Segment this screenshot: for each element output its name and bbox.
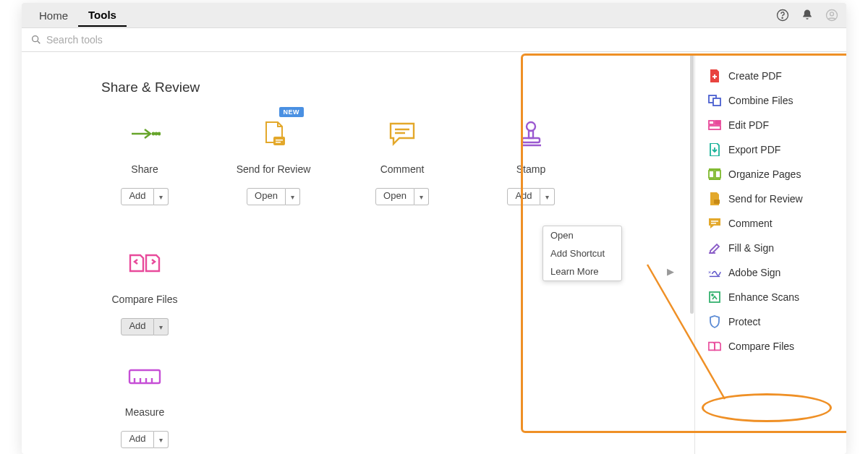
search-icon — [30, 34, 42, 46]
bell-icon[interactable] — [800, 8, 814, 22]
tool-stamp-button[interactable]: Add — [507, 188, 554, 205]
shortcut-label: Combine Files — [728, 95, 793, 106]
svg-rect-34 — [715, 121, 720, 124]
shortcut-label: Protect — [728, 316, 760, 327]
shortcut-adobe-sign[interactable]: ×Adobe Sign — [708, 260, 836, 285]
collapse-icon[interactable]: ▶ — [667, 266, 674, 277]
comment-icon — [388, 117, 417, 150]
svg-rect-40 — [714, 200, 720, 204]
send-review-icon — [259, 117, 288, 150]
shortcuts-panel: Create PDF Combine Files Edit PDF Export… — [694, 53, 839, 454]
tab-tools[interactable]: Tools — [78, 4, 127, 27]
help-icon[interactable] — [775, 8, 790, 22]
svg-rect-36 — [709, 171, 714, 178]
tool-share[interactable]: Share Add — [101, 117, 188, 205]
compare-files-icon — [127, 247, 162, 280]
account-icon[interactable] — [825, 8, 839, 22]
section-share-review: Share & Review — [101, 80, 644, 95]
svg-rect-37 — [715, 171, 720, 178]
svg-rect-32 — [713, 98, 720, 106]
tool-label: Compare Files — [111, 294, 177, 305]
tool-label: Measure — [125, 406, 164, 418]
search-input[interactable] — [46, 34, 263, 46]
shortcut-organize-pages[interactable]: Organize Pages — [708, 162, 836, 187]
tool-measure-button[interactable]: Add — [121, 431, 168, 448]
tool-label: Comment — [380, 163, 425, 175]
shortcut-label: Adobe Sign — [728, 267, 780, 278]
svg-point-47 — [712, 294, 713, 296]
shortcut-label: Comment — [728, 218, 773, 229]
tool-compare-files[interactable]: Compare Files Add — [101, 247, 188, 335]
share-icon — [129, 117, 161, 150]
tool-label: Send for Review — [237, 163, 311, 175]
svg-point-1 — [782, 17, 783, 18]
svg-rect-17 — [522, 138, 540, 142]
shortcut-label: Compare Files — [728, 340, 794, 352]
svg-rect-11 — [276, 140, 283, 141]
shortcut-label: Enhance Scans — [728, 291, 799, 303]
shortcut-protect[interactable]: Protect — [708, 309, 836, 334]
svg-point-7 — [153, 133, 154, 134]
svg-rect-16 — [529, 131, 533, 138]
new-badge: NEW — [279, 107, 305, 117]
svg-text:×: × — [708, 269, 711, 275]
top-nav: Home Tools — [22, 3, 846, 27]
svg-point-3 — [830, 12, 834, 16]
shortcut-create-pdf[interactable]: Create PDF — [708, 64, 836, 88]
tool-label: Stamp — [516, 163, 545, 175]
menu-open[interactable]: Open — [543, 226, 621, 244]
svg-rect-33 — [709, 121, 714, 124]
menu-learn-more[interactable]: Learn More — [543, 262, 621, 280]
stamp-icon — [516, 117, 545, 150]
shortcut-comment[interactable]: Comment — [708, 211, 836, 236]
shortcut-label: Send for Review — [728, 193, 803, 205]
svg-rect-12 — [276, 142, 281, 143]
tool-share-button[interactable]: Add — [121, 188, 168, 205]
compare-dropdown: Open Add Shortcut Learn More — [542, 226, 622, 281]
search-bar — [22, 27, 846, 52]
tool-comment-button[interactable]: Open — [375, 188, 429, 205]
svg-point-8 — [156, 133, 157, 134]
tool-compare-files-button[interactable]: Add — [121, 318, 168, 335]
tool-label: Share — [131, 163, 158, 175]
svg-point-9 — [158, 133, 160, 134]
tab-home[interactable]: Home — [29, 5, 78, 26]
svg-point-4 — [33, 36, 38, 42]
svg-rect-10 — [273, 137, 285, 145]
tool-stamp[interactable]: Stamp Add — [488, 117, 574, 205]
shortcut-export-pdf[interactable]: Export PDF — [708, 137, 836, 162]
shortcut-combine-files[interactable]: Combine Files — [708, 88, 836, 113]
menu-add-shortcut[interactable]: Add Shortcut — [543, 244, 621, 262]
shortcut-enhance-scans[interactable]: Enhance Scans — [708, 285, 836, 309]
svg-rect-35 — [709, 126, 720, 129]
shortcut-compare-files[interactable]: Compare Files — [708, 334, 836, 359]
tool-send-review-button[interactable]: Open — [247, 188, 300, 205]
shortcut-label: Edit PDF — [728, 119, 769, 131]
tool-send-review[interactable]: NEW Send for Review Open — [230, 117, 317, 205]
svg-line-5 — [38, 41, 40, 43]
svg-point-15 — [527, 122, 535, 131]
shortcut-label: Organize Pages — [728, 168, 801, 180]
svg-rect-30 — [714, 74, 715, 79]
shortcut-send-review[interactable]: Send for Review — [708, 187, 836, 211]
measure-icon — [127, 360, 162, 393]
shortcut-fill-sign[interactable]: Fill & Sign — [708, 236, 836, 260]
shortcut-label: Export PDF — [728, 144, 780, 155]
shortcut-edit-pdf[interactable]: Edit PDF — [708, 113, 836, 137]
shortcut-label: Fill & Sign — [728, 242, 774, 254]
tool-comment[interactable]: Comment Open — [359, 117, 446, 205]
shortcut-label: Create PDF — [728, 70, 782, 82]
tool-measure[interactable]: Measure Add — [101, 360, 188, 448]
